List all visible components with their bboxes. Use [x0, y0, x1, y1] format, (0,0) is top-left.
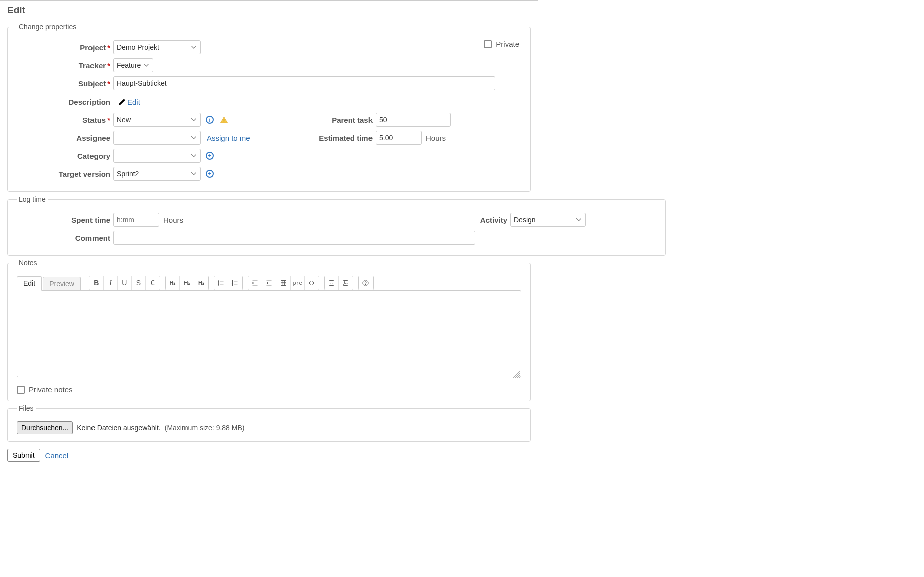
notes-textarea[interactable]	[17, 290, 521, 377]
target-version-label: Target version	[17, 170, 113, 178]
activity-label: Activity	[475, 216, 510, 224]
svg-point-1	[223, 121, 224, 122]
status-select[interactable]: New	[113, 113, 201, 127]
add-version-icon[interactable]: +	[205, 169, 215, 179]
no-file-text: Keine Dateien ausgewählt.	[77, 424, 161, 432]
comment-label: Comment	[17, 234, 113, 242]
code-button[interactable]: C	[146, 276, 160, 290]
svg-point-27	[344, 281, 345, 282]
assignee-select[interactable]	[113, 131, 201, 145]
assignee-label: Assignee	[17, 134, 113, 142]
activity-select[interactable]: Design	[510, 213, 586, 227]
svg-point-2	[218, 280, 219, 281]
private-checkbox[interactable]	[484, 40, 492, 48]
hours-label-1: Hours	[426, 134, 446, 142]
tab-edit[interactable]: Edit	[17, 276, 42, 291]
notes-legend: Notes	[17, 259, 39, 267]
project-label: Project*	[17, 43, 113, 52]
category-select[interactable]	[113, 149, 201, 163]
pre-button[interactable]: pre	[291, 276, 305, 290]
svg-rect-26	[343, 280, 348, 285]
private-notes-label: Private notes	[29, 385, 73, 394]
max-size-text: (Maximum size: 9.88 MB)	[165, 424, 245, 432]
submit-button[interactable]: Submit	[7, 449, 40, 462]
svg-point-6	[218, 284, 219, 285]
cancel-link[interactable]: Cancel	[45, 451, 69, 460]
category-label: Category	[17, 152, 113, 160]
h2-button[interactable]: H₂	[180, 276, 194, 290]
codeblock-button[interactable]	[305, 276, 319, 290]
outdent-button[interactable]	[262, 276, 276, 290]
h1-button[interactable]: H₁	[166, 276, 180, 290]
svg-text:3: 3	[232, 283, 234, 286]
private-notes-checkbox[interactable]	[17, 386, 25, 394]
svg-point-4	[218, 282, 219, 283]
tracker-label: Tracker*	[17, 61, 113, 70]
parent-task-label: Parent task	[313, 116, 376, 124]
link-button[interactable]	[325, 276, 339, 290]
pencil-icon[interactable]	[117, 97, 127, 107]
add-category-icon[interactable]: +	[205, 151, 215, 161]
description-label: Description	[17, 98, 113, 106]
subject-input[interactable]	[113, 76, 495, 90]
comment-input[interactable]	[113, 231, 475, 245]
underline-button[interactable]: U	[118, 276, 132, 290]
change-properties-fieldset: Change properties Private Project* Demo …	[7, 23, 531, 192]
svg-point-29	[365, 284, 366, 285]
browse-button[interactable]: Durchsuchen...	[17, 421, 73, 434]
editor-toolbar: B I U S C H₁ H₂ H₃ 123	[89, 276, 379, 290]
h3-button[interactable]: H₃	[194, 276, 208, 290]
warning-icon[interactable]	[219, 115, 229, 125]
assign-to-me-link[interactable]: Assign to me	[207, 134, 250, 142]
image-button[interactable]	[339, 276, 353, 290]
change-properties-legend: Change properties	[17, 23, 78, 31]
ul-button[interactable]	[214, 276, 228, 290]
hours-label-2: Hours	[163, 216, 183, 224]
status-label: Status*	[17, 116, 113, 124]
parent-task-input[interactable]	[376, 113, 451, 127]
tracker-select[interactable]: Feature	[113, 58, 153, 72]
project-select[interactable]: Demo Projekt	[113, 40, 201, 54]
files-legend: Files	[17, 404, 36, 412]
subject-label: Subject*	[17, 79, 113, 88]
target-version-select[interactable]: Sprint2	[113, 167, 201, 181]
log-time-fieldset: Log time Spent time Hours Comment Activi…	[7, 195, 666, 256]
info-icon[interactable]: i	[205, 115, 215, 125]
files-fieldset: Files Durchsuchen... Keine Dateien ausge…	[7, 404, 531, 442]
log-time-legend: Log time	[17, 195, 48, 203]
spent-time-label: Spent time	[17, 216, 113, 224]
strike-button[interactable]: S	[132, 276, 146, 290]
estimated-time-input[interactable]	[376, 131, 422, 145]
edit-description-link[interactable]: Edit	[127, 98, 140, 106]
help-button[interactable]	[359, 276, 373, 290]
page-title: Edit	[7, 5, 531, 16]
ol-button[interactable]: 123	[228, 276, 242, 290]
svg-rect-20	[281, 280, 286, 285]
table-button[interactable]	[276, 276, 291, 290]
tab-preview[interactable]: Preview	[43, 277, 81, 291]
indent-button[interactable]	[248, 276, 262, 290]
estimated-time-label: Estimated time	[313, 134, 376, 142]
notes-fieldset: Notes Edit Preview B I U S C H₁ H₂ H₃	[7, 259, 531, 401]
private-label: Private	[496, 40, 519, 48]
italic-button[interactable]: I	[104, 276, 118, 290]
spent-time-input[interactable]	[113, 213, 159, 227]
bold-button[interactable]: B	[89, 276, 104, 290]
